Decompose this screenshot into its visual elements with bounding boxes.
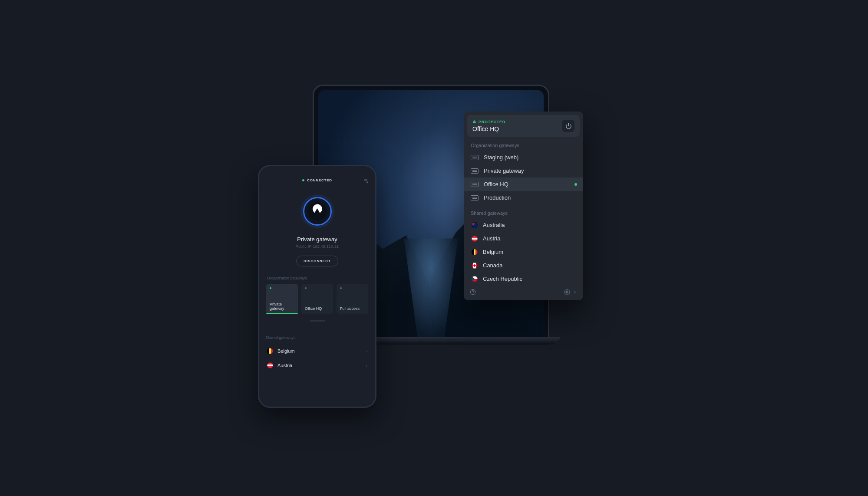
gateway-label: Staging (web)	[484, 154, 518, 161]
country-label: Belgium	[277, 348, 295, 354]
server-icon	[471, 155, 479, 160]
connection-status: CONNECTED	[302, 178, 332, 182]
power-icon	[565, 123, 572, 129]
svg-point-0	[365, 179, 366, 181]
org-gateways-list: Staging (web) Private gateway Office HQ …	[464, 151, 583, 204]
gateway-card-label: Private gateway	[270, 302, 294, 311]
active-gateway-name: Private gateway	[297, 236, 337, 243]
flag-icon	[472, 263, 478, 269]
country-label: Czech Republic	[483, 276, 522, 282]
scroll-indicator	[310, 320, 325, 322]
org-gateways-heading: Organization gateways	[267, 276, 307, 280]
flag-icon	[472, 236, 478, 242]
gateway-row[interactable]: Production	[464, 191, 583, 204]
power-button[interactable]	[562, 120, 574, 132]
gear-icon	[564, 289, 570, 295]
country-row[interactable]: Belgium	[464, 245, 583, 259]
gateway-label: Private gateway	[484, 168, 524, 174]
server-icon	[471, 182, 479, 187]
brand-logo-icon	[308, 202, 327, 220]
flag-icon	[267, 362, 273, 368]
country-row[interactable]: Australia	[464, 218, 583, 232]
settings-button[interactable]	[362, 177, 369, 185]
chevron-right-icon: ›	[366, 349, 367, 354]
country-label: Australia	[483, 222, 505, 228]
shared-gateways-heading: Shared gateways	[464, 204, 583, 218]
gateway-card-label: Full access	[340, 306, 365, 311]
gateway-card-label: Office HQ	[305, 306, 330, 311]
flag-icon	[472, 249, 478, 255]
gateway-label: Office HQ	[484, 181, 508, 187]
status-indicator-icon	[302, 179, 304, 181]
country-label: Belgium	[483, 249, 503, 255]
flag-icon	[472, 276, 478, 282]
settings-menu-button[interactable]	[564, 289, 577, 295]
org-gateway-cards: Private gateway Office HQ Full access	[265, 284, 369, 314]
shared-gateways-list: Australia Austria Belgium Canada Czech R…	[464, 218, 583, 286]
panel-footer	[464, 286, 583, 298]
flag-icon	[472, 222, 478, 228]
server-icon	[471, 168, 479, 174]
country-label: Canada	[483, 262, 503, 269]
gateway-row[interactable]: Office HQ	[464, 177, 583, 191]
country-row[interactable]: Austria	[464, 232, 583, 245]
country-row[interactable]: Canada	[464, 259, 583, 272]
public-ip: Public IP 192.45.110.21	[296, 244, 339, 249]
status-dot-icon	[305, 287, 307, 289]
shared-gateways-heading: Shared gateways	[265, 335, 369, 340]
chevron-right-icon: ›	[366, 363, 367, 368]
phone-device: CONNECTED Private gateway Public IP 192.…	[258, 165, 376, 408]
help-icon[interactable]	[470, 289, 476, 295]
gateway-row[interactable]: Staging (web)	[464, 151, 583, 164]
brand-ring	[303, 197, 332, 226]
status-dot-icon	[340, 287, 342, 289]
gateway-label: Production	[484, 194, 511, 201]
disconnect-button[interactable]: DISCONNECT	[296, 256, 338, 266]
country-label: Austria	[277, 363, 292, 368]
status-dot-icon	[270, 287, 271, 289]
country-row[interactable]: Austria ›	[265, 358, 369, 372]
chevron-down-icon	[573, 290, 577, 294]
gateway-card[interactable]: Full access	[337, 284, 368, 314]
gateway-card[interactable]: Office HQ	[301, 284, 333, 314]
lock-icon	[472, 119, 476, 124]
server-icon	[471, 195, 479, 200]
country-row[interactable]: Czech Republic	[464, 272, 583, 286]
gateway-card[interactable]: Private gateway	[266, 284, 298, 314]
connection-status-label: CONNECTED	[307, 178, 332, 182]
protected-badge: PROTECTED	[472, 119, 562, 124]
country-label: Austria	[483, 235, 500, 242]
panel-connection-name: Office HQ	[472, 125, 562, 132]
connection-panel: PROTECTED Office HQ Organization gateway…	[464, 112, 583, 300]
gateway-row[interactable]: Private gateway	[464, 164, 583, 177]
country-row[interactable]: Belgium ›	[265, 344, 369, 358]
svg-point-4	[566, 291, 568, 293]
protected-label: PROTECTED	[479, 120, 505, 124]
panel-header: PROTECTED Office HQ	[467, 115, 580, 137]
flag-icon	[267, 348, 273, 354]
org-gateways-heading: Organization gateways	[464, 137, 583, 151]
